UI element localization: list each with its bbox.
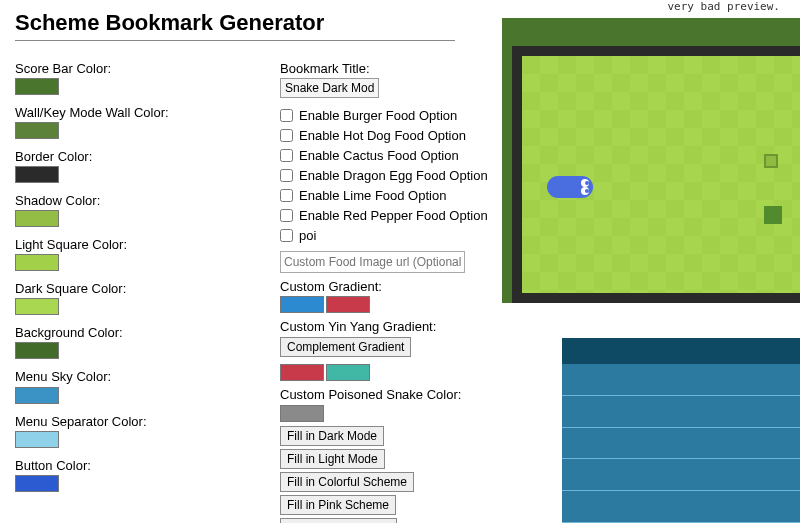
food-option-row[interactable]: poi [280, 228, 500, 243]
game-board [522, 56, 800, 293]
fill-scheme-button[interactable]: Fill in Colorful Scheme [280, 472, 414, 492]
menu-preview [562, 338, 800, 523]
fill-scheme-button[interactable]: Fill in Pool Scheme [280, 518, 397, 523]
gradient-swatch[interactable] [326, 296, 370, 313]
color-label: Score Bar Color: [15, 61, 280, 76]
food-option-label: poi [299, 228, 316, 243]
color-label: Menu Separator Color: [15, 414, 280, 429]
food-option-label: Enable Dragon Egg Food Option [299, 168, 488, 183]
color-settings-column: Score Bar Color:Wall/Key Mode Wall Color… [15, 61, 280, 523]
food-option-label: Enable Cactus Food Option [299, 148, 459, 163]
color-label: Wall/Key Mode Wall Color: [15, 105, 280, 120]
color-swatch[interactable] [15, 122, 59, 139]
food-option-row[interactable]: Enable Hot Dog Food Option [280, 128, 500, 143]
options-column: Bookmark Title: Snake Dark Mod Enable Bu… [280, 61, 500, 523]
snake-icon [547, 176, 593, 198]
gradient-swatch[interactable] [280, 296, 324, 313]
food-option-checkbox[interactable] [280, 189, 293, 202]
game-preview [502, 18, 800, 303]
color-swatch[interactable] [15, 298, 59, 315]
food-block-icon [764, 206, 782, 224]
menu-row [562, 428, 800, 460]
color-label: Shadow Color: [15, 193, 280, 208]
food-option-checkbox[interactable] [280, 149, 293, 162]
color-swatch[interactable] [15, 342, 59, 359]
page-title: Scheme Bookmark Generator [15, 10, 324, 36]
fill-scheme-button[interactable]: Fill in Light Mode [280, 449, 385, 469]
poisoned-snake-label: Custom Poisoned Snake Color: [280, 387, 461, 402]
food-option-checkbox[interactable] [280, 109, 293, 122]
color-label: Dark Square Color: [15, 281, 280, 296]
custom-food-url-input[interactable] [280, 251, 465, 273]
food-option-label: Enable Lime Food Option [299, 188, 446, 203]
poisoned-snake-swatch[interactable] [280, 405, 324, 422]
color-label: Menu Sky Color: [15, 369, 280, 384]
food-option-label: Enable Burger Food Option [299, 108, 457, 123]
menu-row [562, 459, 800, 491]
food-option-checkbox[interactable] [280, 169, 293, 182]
menu-row [562, 396, 800, 428]
preview-warning: very bad preview. [667, 0, 780, 13]
fill-scheme-button[interactable]: Fill in Pink Scheme [280, 495, 396, 515]
color-label: Button Color: [15, 458, 280, 473]
yin-yang-label: Custom Yin Yang Gradient: [280, 319, 436, 334]
food-option-row[interactable]: Enable Burger Food Option [280, 108, 500, 123]
menu-header-bar [562, 338, 800, 364]
food-option-checkbox[interactable] [280, 129, 293, 142]
color-swatch[interactable] [15, 254, 59, 271]
bookmark-title-label: Bookmark Title: [280, 61, 500, 76]
food-option-row[interactable]: Enable Cactus Food Option [280, 148, 500, 163]
color-swatch[interactable] [15, 431, 59, 448]
color-swatch[interactable] [15, 475, 59, 492]
menu-row [562, 364, 800, 396]
color-label: Border Color: [15, 149, 280, 164]
game-board-border [512, 46, 800, 303]
food-option-label: Enable Hot Dog Food Option [299, 128, 466, 143]
yin-yang-swatch[interactable] [326, 364, 370, 381]
color-swatch[interactable] [15, 78, 59, 95]
title-underline [15, 40, 455, 41]
fill-scheme-button[interactable]: Fill in Dark Mode [280, 426, 384, 446]
food-option-checkbox[interactable] [280, 229, 293, 242]
food-option-checkbox[interactable] [280, 209, 293, 222]
complement-gradient-button[interactable]: Complement Gradient [280, 337, 411, 357]
food-option-row[interactable]: Enable Lime Food Option [280, 188, 500, 203]
color-swatch[interactable] [15, 387, 59, 404]
yin-yang-swatch[interactable] [280, 364, 324, 381]
bookmark-title-input[interactable]: Snake Dark Mod [280, 78, 379, 98]
snake-eye-icon [581, 187, 589, 195]
food-option-label: Enable Red Pepper Food Option [299, 208, 488, 223]
color-swatch[interactable] [15, 166, 59, 183]
color-label: Background Color: [15, 325, 280, 340]
custom-gradient-label: Custom Gradient: [280, 279, 382, 294]
color-label: Light Square Color: [15, 237, 280, 252]
food-option-row[interactable]: Enable Red Pepper Food Option [280, 208, 500, 223]
snake-eye-icon [581, 179, 589, 187]
menu-row [562, 491, 800, 523]
color-swatch[interactable] [15, 210, 59, 227]
food-option-row[interactable]: Enable Dragon Egg Food Option [280, 168, 500, 183]
food-item-icon [764, 154, 778, 168]
